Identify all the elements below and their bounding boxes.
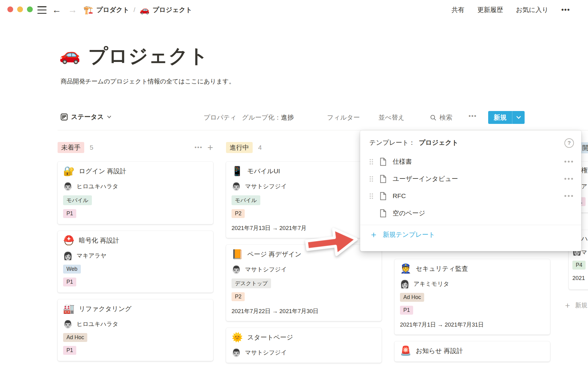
page-title: プロジェクト [88, 43, 209, 69]
more-button[interactable] [564, 178, 573, 180]
status-tag[interactable]: 未着手 [58, 142, 84, 153]
board-card[interactable]: 📱 モバイルUI 👨 マサトシフジイ モバイルP2 2021年7月13日 → 2… [226, 162, 382, 238]
window-minimize-button[interactable] [17, 6, 23, 12]
add-card-button[interactable]: ＋ 新規 [564, 300, 587, 311]
template-menu-label: テンプレート： [369, 138, 415, 147]
properties-button[interactable]: プロパティ [204, 113, 236, 122]
back-arrow-icon[interactable]: ← [52, 4, 61, 16]
template-name: ユーザーインタビュー [393, 174, 458, 183]
share-button[interactable]: 共有 [451, 6, 464, 14]
new-button-dropdown[interactable] [512, 111, 525, 124]
card-tag-row: P2 [232, 292, 376, 301]
sort-button[interactable]: 並べ替え [379, 113, 405, 122]
board-card[interactable]: 🔐 ログイン 再設計 👨 ヒロユキハラタ モバイルP1 [58, 162, 213, 224]
column-more-icon[interactable]: ••• [194, 144, 202, 151]
card-assignee: ヒロユキハラタ [77, 182, 118, 190]
card-tag-row: Web [63, 265, 208, 274]
card-list: 🔐 ログイン 再設計 👨 ヒロユキハラタ モバイルP1 ⛑️ 暗号化 再設計 👩… [58, 162, 213, 361]
template-menu-item[interactable]: ユーザーインタビュー [360, 170, 581, 187]
card-title: 権 [581, 166, 588, 174]
topbar: ← → 🏗️ プロダクト / 🚗 プロジェクト 共有 更新履歴 お気に入り ••… [0, 0, 588, 20]
search-button[interactable]: 検索 [430, 113, 452, 122]
column-count: 5 [90, 144, 93, 151]
favorites-button[interactable]: お気に入り [516, 6, 548, 14]
column-add-icon[interactable]: + [207, 143, 213, 152]
template-menu-item[interactable]: 空のページ [360, 205, 581, 222]
search-icon [430, 114, 436, 121]
filter-button[interactable]: フィルター [327, 113, 360, 122]
plus-icon: ＋ [369, 230, 378, 239]
card-tag: モバイル [232, 195, 260, 205]
card-tag-row: P1 [63, 278, 208, 286]
card-title-row: 🔐 ログイン 再設計 [63, 167, 208, 176]
drag-handle-icon[interactable] [369, 159, 374, 165]
toolbar-more-icon[interactable]: ••• [469, 113, 477, 120]
window-close-button[interactable] [7, 6, 13, 12]
card-tag-row: Ad Hoc [400, 293, 545, 302]
drag-handle-icon[interactable] [369, 176, 374, 182]
card-tag-row: デスクトップ [232, 278, 376, 288]
card-tag: P1 [63, 346, 76, 355]
card-assignee: マサトシフジイ [245, 349, 287, 357]
card-title: ハ [581, 234, 588, 243]
chevron-down-icon [107, 116, 111, 118]
page-description: 商品開発チームのプロジェクト情報の全てはここにあります。 [61, 77, 235, 86]
card-tags: Ad HocP1 [400, 293, 545, 315]
board-card[interactable]: ⛑️ 暗号化 再設計 👩 マキアラヤ WebP1 [58, 231, 213, 293]
more-options-icon[interactable]: ••• [561, 6, 570, 14]
card-assignee-row: 👨 マサトシフジイ [232, 349, 376, 357]
group-by-button[interactable]: グループ化：進捗 [242, 113, 294, 122]
notion-app-window: { "topbar": { "traffic_lights": { "close… [0, 0, 588, 368]
help-icon[interactable]: ? [564, 138, 574, 148]
template-menu-value: プロジェクト [419, 138, 458, 147]
status-tag[interactable]: 進行中 [226, 142, 253, 153]
card-tags: モバイルP2 [232, 195, 376, 218]
board-card[interactable]: 📙 ページ 再デザイン 👨 マサトシフジイ デスクトップP2 2021年7月22… [226, 245, 382, 321]
card-title: ログイン 再設計 [79, 167, 126, 175]
card-title: お知らせ 再設計 [416, 347, 463, 355]
card-tag: モバイル [63, 195, 92, 205]
card-emoji-icon: 🔐 [63, 167, 74, 176]
window-zoom-button[interactable] [27, 6, 33, 12]
forward-arrow-icon[interactable]: → [68, 4, 77, 16]
template-menu-items: 仕様書 ユーザーインタビュー [360, 153, 581, 222]
breadcrumb-item-product[interactable]: プロダクト [96, 6, 129, 14]
product-crane-icon: 🏗️ [83, 5, 93, 15]
board-card[interactable]: 🌞 スタートページ 👨 マサトシフジイ [226, 328, 382, 363]
board-card[interactable]: 🏭 リファクタリング 👨 ヒロユキハラタ Ad HocP1 [58, 299, 213, 361]
more-button[interactable] [564, 160, 573, 163]
card-emoji-icon: 📙 [232, 250, 243, 259]
card-assignee-row: 👨 ヒロユキハラタ [63, 320, 208, 328]
drag-handle-icon[interactable] [369, 193, 374, 199]
view-selector[interactable]: ステータス [61, 113, 111, 121]
board-card[interactable]: 👮 セキュリティ監査 👩 アキミモリタ Ad HocP1 2021年7月1日 →… [394, 259, 550, 335]
card-tags: Ad HocP1 [63, 333, 208, 355]
more-button[interactable] [564, 195, 573, 197]
chevron-down-icon [516, 116, 521, 119]
card-emoji-icon: 🚨 [400, 346, 411, 355]
card-assignee: アキミモリタ [413, 280, 449, 288]
card-assignee: マサトシフジイ [245, 266, 287, 274]
card-emoji-icon: 🏭 [63, 304, 74, 313]
group-by-label: グループ化： [242, 114, 281, 121]
column-actions: ••• + [194, 143, 213, 152]
card-date: 2021年7月1日 → 2021年7月31日 [400, 321, 545, 328]
card-assignee: マサトシフジイ [245, 182, 287, 190]
card-assignee-row: 👨 マサトシフジイ [232, 266, 376, 274]
new-button-label[interactable]: 新規 [488, 111, 512, 124]
window-controls [7, 6, 33, 12]
template-menu-item[interactable]: 仕様書 [360, 153, 581, 170]
card-tag-row: P1 [400, 306, 545, 315]
page-icon [380, 192, 386, 200]
breadcrumb-item-project[interactable]: プロジェクト [153, 6, 192, 14]
update-history-button[interactable]: 更新履歴 [477, 6, 503, 14]
new-template-button[interactable]: ＋ 新規テンプレート [360, 225, 581, 244]
template-menu-item[interactable]: RFC [360, 187, 581, 205]
board-card[interactable]: 🚨 お知らせ 再設計 [394, 341, 550, 362]
red-arrow-annotation [303, 223, 360, 262]
sidebar-menu-icon[interactable] [37, 6, 47, 14]
card-date: 2021 [572, 275, 585, 282]
card-tag: Web [63, 265, 81, 274]
page-icon-car[interactable]: 🚗 [59, 46, 81, 63]
group-by-value: 進捗 [281, 114, 294, 121]
